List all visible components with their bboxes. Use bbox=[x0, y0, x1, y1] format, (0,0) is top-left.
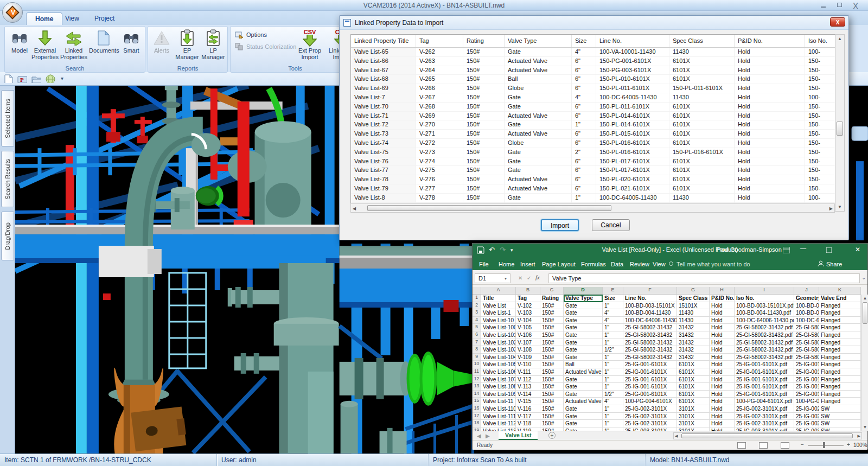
cell[interactable]: 100-BD-004-11430 bbox=[623, 309, 677, 317]
cell[interactable]: Gate bbox=[564, 309, 603, 317]
cell[interactable]: 31432 bbox=[677, 324, 710, 331]
cell[interactable]: V-116 bbox=[516, 405, 540, 413]
column-header-B[interactable]: B bbox=[516, 287, 540, 294]
documents-button[interactable]: Documents bbox=[89, 29, 118, 65]
cell[interactable]: 1" bbox=[603, 405, 623, 413]
row-header[interactable]: 14 bbox=[473, 391, 481, 398]
cell[interactable]: 25-IG-002-3101X bbox=[623, 420, 677, 427]
import-button[interactable]: Import bbox=[541, 219, 579, 231]
column-header-D[interactable]: D bbox=[564, 287, 603, 294]
table-row[interactable]: Valve List-67V-264150#Actuated Valve6"15… bbox=[351, 66, 844, 75]
cell[interactable]: 25-GI-58002-31432.pdf bbox=[794, 354, 819, 361]
dialog-close-button[interactable]: X bbox=[830, 17, 845, 27]
cell[interactable]: 25-GI-58002-31432 bbox=[623, 346, 677, 354]
cell[interactable]: Gate bbox=[564, 317, 603, 324]
cell[interactable]: Valve List-105 bbox=[481, 361, 516, 368]
cell[interactable]: 25-IG-001-6101X.pdf bbox=[735, 361, 794, 368]
cell[interactable]: V-115 bbox=[516, 398, 540, 405]
cell[interactable]: 150# bbox=[540, 354, 564, 361]
cell[interactable]: Rating bbox=[540, 295, 564, 302]
cell[interactable]: Spec Class bbox=[677, 295, 710, 302]
cell[interactable]: 1" bbox=[603, 376, 623, 384]
cell[interactable]: Hold bbox=[710, 361, 735, 368]
cell[interactable]: 4" bbox=[603, 398, 623, 405]
cell[interactable]: Flanged bbox=[819, 376, 861, 384]
table-row[interactable]: Valve List-72V-270150#Gate1"150-PL-014-6… bbox=[351, 120, 844, 130]
table-row[interactable]: Valve List-76V-274150#Gate6"150-PL-017-6… bbox=[351, 157, 844, 167]
xl-tab-page-layout[interactable]: Page Layout bbox=[542, 259, 576, 269]
normal-view-icon[interactable] bbox=[737, 442, 746, 449]
cell[interactable]: 1" bbox=[603, 413, 623, 420]
cell[interactable]: 25-IG-002-3101X bbox=[623, 413, 677, 420]
cell[interactable]: Hold bbox=[710, 405, 735, 413]
restore-button[interactable] bbox=[833, 2, 845, 9]
options-button[interactable]: Options bbox=[235, 30, 267, 40]
cell[interactable]: 25-IG-001-6101X.pdf bbox=[735, 368, 794, 376]
cell[interactable]: V-104 bbox=[516, 317, 540, 324]
cell[interactable]: Actuated Valve bbox=[564, 398, 603, 405]
xl-tab-view[interactable]: View bbox=[653, 259, 666, 269]
cell[interactable]: 6101X bbox=[677, 368, 710, 376]
cell[interactable]: 100-BD-003-15101X bbox=[623, 302, 677, 310]
row-header[interactable]: 3 bbox=[473, 309, 481, 317]
cell[interactable]: Hold bbox=[710, 317, 735, 324]
sidebar-tab-search-results[interactable]: Search Results bbox=[1, 151, 14, 207]
cell[interactable]: 4" bbox=[603, 309, 623, 317]
cell[interactable]: Hold bbox=[710, 391, 735, 398]
cell[interactable]: 25-IG-001-6101X bbox=[623, 391, 677, 398]
table-row[interactable]: Valve List-79V-277150#Actuated Valve6"15… bbox=[351, 184, 844, 194]
cell[interactable]: 25-GI-58002-31432 bbox=[623, 354, 677, 361]
cell[interactable]: 100-BD-004-11430.pdf bbox=[735, 309, 794, 317]
column-header-A[interactable]: A bbox=[481, 287, 516, 294]
namebox-dropdown[interactable]: ▾ bbox=[505, 276, 507, 281]
cell[interactable]: Hold bbox=[710, 346, 735, 354]
cell[interactable]: 25-GI-58002-31432.pdf bbox=[735, 324, 794, 331]
cell[interactable]: 25-IG-001-6101X bbox=[623, 361, 677, 368]
excel-vscroll-thumb[interactable] bbox=[863, 302, 867, 324]
cell[interactable]: 31432 bbox=[677, 346, 710, 354]
select-all-corner[interactable] bbox=[473, 287, 481, 294]
grid-column-header[interactable]: Linked Property Title bbox=[351, 35, 416, 47]
cell[interactable]: Flanged bbox=[819, 361, 861, 368]
cell[interactable]: Tag bbox=[516, 295, 540, 302]
row-header[interactable]: 5 bbox=[473, 324, 481, 331]
cell[interactable]: Flanged bbox=[819, 317, 861, 324]
cell[interactable]: Flanged bbox=[819, 398, 861, 405]
cell[interactable]: 25-GI-58002-31432 bbox=[623, 324, 677, 331]
cell[interactable]: V-108 bbox=[516, 346, 540, 354]
cell[interactable]: Flanged bbox=[819, 339, 861, 347]
cell[interactable]: 1" bbox=[603, 361, 623, 368]
cell[interactable]: SW bbox=[819, 405, 861, 413]
cell[interactable]: 25-IG-001-6101X.pdf bbox=[794, 368, 819, 376]
sidebar-tab-selected-items[interactable]: Selected Items bbox=[1, 90, 14, 146]
cell[interactable]: 25-IG-002-3101X.pdf bbox=[735, 405, 794, 413]
cell[interactable]: 25-GI-58002-31432.pdf bbox=[794, 331, 819, 339]
cell[interactable]: 1/2" bbox=[603, 391, 623, 398]
excel-minimize-button[interactable]: — bbox=[800, 245, 806, 251]
column-header-G[interactable]: G bbox=[677, 287, 710, 294]
cell[interactable]: 150# bbox=[540, 413, 564, 420]
cell[interactable]: Valve List-11 bbox=[481, 398, 516, 405]
cell[interactable]: 1" bbox=[603, 331, 623, 339]
sheet-nav-prev[interactable]: ◀ bbox=[477, 433, 481, 439]
cell[interactable]: 4" bbox=[603, 317, 623, 324]
cell[interactable]: V-118 bbox=[516, 420, 540, 427]
cell[interactable]: Gate bbox=[564, 302, 603, 310]
table-row[interactable]: Valve List-69V-266150#Globe6"150-PL-011-… bbox=[351, 84, 844, 93]
cell[interactable]: 25-IG-001-6101X bbox=[623, 368, 677, 376]
cell[interactable]: 25-GI-58002-31432 bbox=[623, 331, 677, 339]
cell[interactable]: 25-IG-001-6101X.pdf bbox=[735, 383, 794, 391]
cell[interactable]: 150# bbox=[540, 346, 564, 354]
new-document-icon[interactable] bbox=[4, 74, 14, 83]
cell[interactable]: SW bbox=[819, 420, 861, 427]
application-menu-button[interactable]: V bbox=[2, 2, 23, 23]
cell[interactable]: Actuated Valve bbox=[564, 368, 603, 376]
cell[interactable]: Hold bbox=[710, 339, 735, 347]
cell[interactable]: 31432 bbox=[677, 354, 710, 361]
cell[interactable]: 150# bbox=[540, 398, 564, 405]
cell[interactable]: Gate bbox=[564, 376, 603, 384]
cell[interactable]: Iso No. bbox=[735, 295, 794, 302]
cell[interactable]: Valve List-1 bbox=[481, 309, 516, 317]
cell[interactable]: 1" bbox=[603, 383, 623, 391]
cell[interactable]: 1" bbox=[603, 420, 623, 427]
